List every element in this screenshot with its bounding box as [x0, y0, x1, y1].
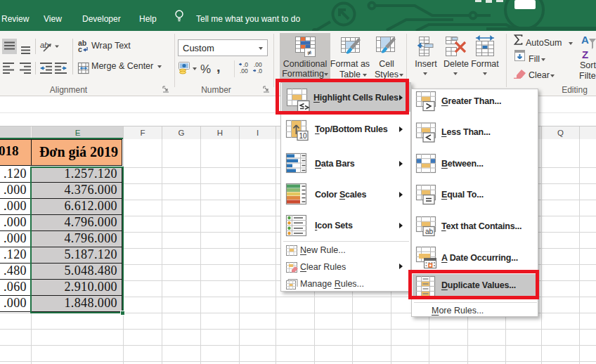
- svg-text:.00: .00: [240, 67, 248, 74]
- svg-text:%: %: [200, 63, 211, 76]
- svg-text:A: A: [581, 34, 589, 46]
- svg-text:10: 10: [299, 132, 308, 140]
- svg-text:ab: ab: [425, 228, 434, 235]
- svg-text:,: ,: [216, 60, 221, 74]
- svg-text:Z: Z: [582, 48, 588, 60]
- svg-text:≠: ≠: [307, 48, 311, 57]
- svg-text:.0: .0: [257, 67, 262, 74]
- svg-text:c: c: [78, 45, 82, 53]
